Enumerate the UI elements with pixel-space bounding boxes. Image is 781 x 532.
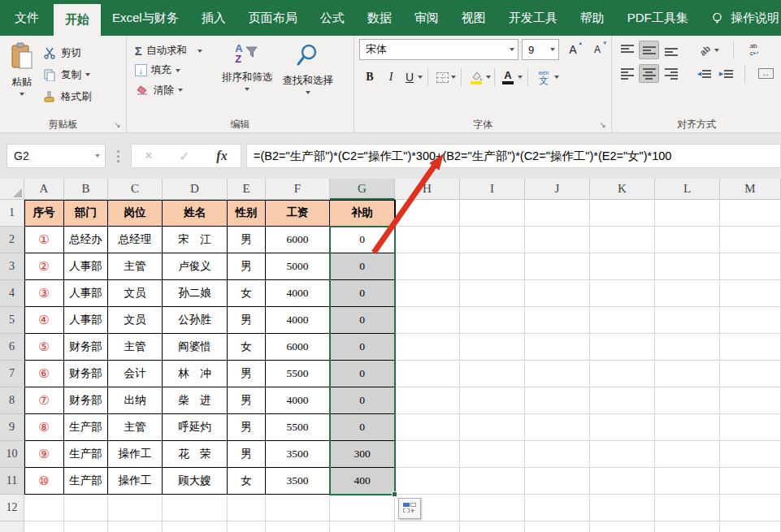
align-right-button[interactable] [661,64,681,83]
cell-E8[interactable]: 男 [228,387,266,414]
col-header-B[interactable]: B [64,179,108,200]
row-header-1[interactable]: 1 [0,200,24,227]
formula-input[interactable]: =(B2="生产部")*(C2="操作工")*300+(B2="生产部")*(C… [246,144,781,168]
align-bottom-button[interactable] [661,41,681,59]
clipboard-dialog-launcher[interactable] [112,119,123,130]
cell-M1[interactable] [720,200,781,227]
cell-D10[interactable]: 花 荣 [163,441,228,468]
fill-dropdown[interactable] [176,69,180,72]
borders-dropdown[interactable] [451,76,456,79]
cell-H7[interactable] [395,361,460,387]
cell-J4[interactable] [525,280,590,307]
cell-B13[interactable] [64,521,108,532]
cell-A8[interactable]: ⑦ [24,387,64,414]
underline-button[interactable]: U [401,67,418,88]
merge-center-button[interactable]: ↔ [753,64,778,83]
insert-function-icon[interactable]: fx [216,149,227,163]
copy-button[interactable]: 复制 [39,66,95,84]
cell-J10[interactable] [525,441,590,468]
cell-E3[interactable]: 男 [228,253,266,280]
tab-insert[interactable]: 插入 [190,0,237,36]
cell-J8[interactable] [525,387,590,414]
row-header-11[interactable]: 11 [0,468,24,495]
cell-B1[interactable]: 部门 [64,200,108,227]
cell-G10[interactable]: 300 [330,441,395,468]
cell-I13[interactable] [460,521,525,532]
cell-C9[interactable]: 主管 [108,414,163,441]
cell-M4[interactable] [720,280,781,307]
cell-H4[interactable] [395,280,460,307]
cell-I9[interactable] [460,414,525,441]
font-dialog-launcher[interactable] [597,119,608,130]
row-header-7[interactable]: 7 [0,361,24,387]
col-header-C[interactable]: C [108,179,163,200]
cell-G6[interactable]: 0 [330,334,395,361]
cell-J5[interactable] [525,307,590,334]
cell-F9[interactable]: 5500 [266,414,330,441]
find-select-button[interactable]: 查找和选择 [277,39,338,116]
bold-button[interactable]: B [359,67,380,88]
phonetic-button[interactable]: wén 文 [533,67,554,88]
underline-dropdown[interactable] [418,76,423,79]
cell-J9[interactable] [525,414,590,441]
cell-K7[interactable] [590,361,655,387]
cell-G2[interactable]: 0 [330,227,395,253]
autosum-dropdown[interactable] [197,50,202,53]
align-top-button[interactable] [617,41,637,59]
cell-D5[interactable]: 公孙胜 [163,307,228,334]
cell-A6[interactable]: ⑤ [24,334,64,361]
tab-help[interactable]: 帮助 [569,0,616,36]
cell-G11[interactable]: 400 [330,468,395,495]
tab-developer[interactable]: 开发工具 [497,0,569,36]
cell-F4[interactable]: 4000 [266,280,330,307]
cell-D4[interactable]: 孙二娘 [163,280,228,307]
orientation-dropdown[interactable] [714,49,719,52]
cell-E7[interactable]: 男 [228,361,266,387]
cell-K6[interactable] [590,334,655,361]
col-header-I[interactable]: I [460,179,525,200]
cell-L13[interactable] [655,521,720,532]
cell-I10[interactable] [460,441,525,468]
cell-L2[interactable] [655,227,720,253]
cell-M10[interactable] [720,441,781,468]
cell-K12[interactable] [590,495,655,521]
row-header-8[interactable]: 8 [0,387,24,414]
cell-C5[interactable]: 文员 [108,307,163,334]
cell-J7[interactable] [525,361,590,387]
col-header-A[interactable]: A [24,179,64,200]
row-header-10[interactable]: 10 [0,441,24,468]
tab-page-layout[interactable]: 页面布局 [237,0,309,36]
cell-K8[interactable] [590,387,655,414]
formula-bar-grip[interactable] [117,155,119,158]
cell-A5[interactable]: ④ [24,307,64,334]
cell-A3[interactable]: ② [24,253,64,280]
cell-C11[interactable]: 操作工 [108,468,163,495]
cell-C3[interactable]: 主管 [108,253,163,280]
cell-C12[interactable] [108,495,163,521]
row-header-4[interactable]: 4 [0,280,24,307]
cell-K10[interactable] [590,441,655,468]
font-size-combo[interactable]: 9 [522,39,559,60]
shrink-font-button[interactable]: A [587,39,608,60]
cell-M9[interactable] [720,414,781,441]
cell-J3[interactable] [525,253,590,280]
cell-J12[interactable] [525,495,590,521]
cell-F10[interactable]: 3500 [266,441,330,468]
cell-D6[interactable]: 阎婆惜 [163,334,228,361]
cell-G4[interactable]: 0 [330,280,395,307]
cell-A11[interactable]: ⑩ [24,468,64,495]
cell-E10[interactable]: 男 [228,441,266,468]
paste-button[interactable]: 粘贴 [5,39,39,116]
paste-dropdown[interactable] [20,93,24,96]
cell-I12[interactable] [460,495,525,521]
tab-formulas[interactable]: 公式 [309,0,356,36]
cell-B9[interactable]: 生产部 [64,414,108,441]
cell-G3[interactable]: 0 [330,253,395,280]
cell-M3[interactable] [720,253,781,280]
sort-filter-button[interactable]: A Z 排序和筛选 [217,39,278,116]
cell-C8[interactable]: 出纳 [108,387,163,414]
cell-D2[interactable]: 宋 江 [163,227,228,253]
decrease-indent-button[interactable]: ◀ [694,64,714,83]
cell-K3[interactable] [590,253,655,280]
cell-H9[interactable] [395,414,460,441]
